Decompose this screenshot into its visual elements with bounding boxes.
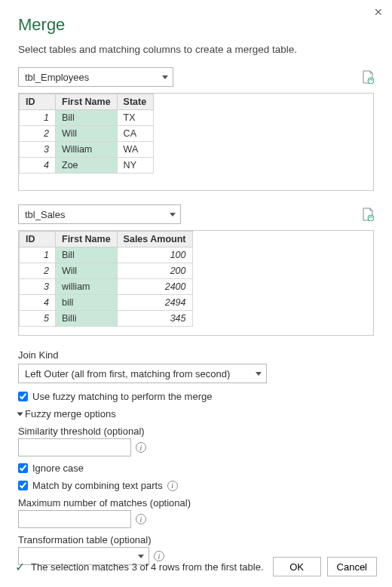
check-icon: ✓: [15, 560, 25, 574]
table-row[interactable]: 3WilliamWA: [20, 142, 154, 158]
table1-preview[interactable]: ID First Name State 1BillTX 2WillCA 3Wil…: [18, 93, 374, 191]
table-row[interactable]: 1Bill100: [20, 247, 193, 263]
dialog-footer: ✓ The selection matches 3 of 4 rows from…: [0, 546, 392, 587]
col-header-state[interactable]: State: [117, 94, 153, 110]
match-combining-label: Match by combining text parts: [32, 480, 163, 491]
join-kind-dropdown[interactable]: Left Outer (all from first, matching fro…: [18, 364, 267, 383]
col-header-id[interactable]: ID: [20, 94, 56, 110]
col-header-first-name[interactable]: First Name: [56, 232, 118, 247]
ignore-case-label: Ignore case: [32, 463, 84, 474]
ignore-case-checkbox[interactable]: Ignore case: [18, 463, 374, 474]
table-row[interactable]: 1BillTX: [20, 110, 154, 126]
match-status-text: The selection matches 3 of 4 rows from t…: [31, 561, 267, 573]
transformation-table-label: Transformation table (optional): [18, 534, 374, 546]
chevron-down-icon: [256, 372, 262, 376]
col-header-id[interactable]: ID: [20, 232, 56, 247]
similarity-threshold-input[interactable]: [18, 438, 131, 456]
svg-point-0: [368, 78, 374, 84]
svg-point-1: [368, 215, 374, 221]
refresh-preview-icon[interactable]: [362, 70, 374, 84]
table-row[interactable]: 4ZoeNY: [20, 158, 154, 174]
chevron-down-icon: [162, 75, 168, 79]
join-kind-label: Join Kind: [18, 349, 374, 361]
table1-name: tbl_Employees: [25, 72, 89, 83]
cancel-button[interactable]: Cancel: [327, 557, 377, 576]
expander-icon: [17, 412, 23, 416]
chevron-down-icon: [170, 213, 176, 217]
match-combining-checkbox-input[interactable]: [18, 481, 28, 490]
fuzzy-matching-label: Use fuzzy matching to perform the merge: [32, 391, 212, 402]
col-header-sales-amount[interactable]: Sales Amount: [117, 232, 192, 247]
table-row[interactable]: 5Billi345: [20, 311, 193, 327]
dialog-title: Merge: [18, 15, 374, 35]
match-combining-checkbox[interactable]: Match by combining text parts i: [18, 480, 374, 491]
fuzzy-matching-checkbox-input[interactable]: [18, 392, 28, 401]
col-header-first-name[interactable]: First Name: [56, 94, 118, 110]
ignore-case-checkbox-input[interactable]: [18, 463, 28, 473]
ok-button[interactable]: OK: [273, 557, 321, 576]
table-row[interactable]: 4bill2494: [20, 295, 193, 311]
dialog-subtitle: Select tables and matching columns to cr…: [18, 44, 374, 55]
fuzzy-options-toggle[interactable]: Fuzzy merge options: [18, 408, 374, 420]
table-header-row[interactable]: ID First Name State: [20, 94, 154, 110]
refresh-preview-icon[interactable]: [362, 207, 374, 221]
join-kind-value: Left Outer (all from first, matching fro…: [25, 368, 230, 380]
info-icon[interactable]: i: [136, 514, 146, 524]
table-row[interactable]: 2Will200: [20, 263, 193, 279]
close-icon[interactable]: ✕: [374, 6, 383, 18]
similarity-threshold-label: Similarity threshold (optional): [18, 426, 374, 437]
table1-dropdown[interactable]: tbl_Employees: [18, 67, 173, 87]
merge-dialog: ✕ Merge Select tables and matching colum…: [0, 0, 392, 587]
table-header-row[interactable]: ID First Name Sales Amount: [20, 232, 193, 247]
fuzzy-options-label: Fuzzy merge options: [25, 408, 116, 420]
info-icon[interactable]: i: [167, 481, 178, 491]
info-icon[interactable]: i: [136, 442, 146, 453]
table2-name: tbl_Sales: [25, 209, 65, 220]
table2-dropdown[interactable]: tbl_Sales: [18, 204, 181, 224]
max-matches-input[interactable]: [18, 510, 131, 528]
fuzzy-matching-checkbox[interactable]: Use fuzzy matching to perform the merge: [18, 391, 374, 402]
table-row[interactable]: 2WillCA: [20, 126, 154, 142]
table2-preview[interactable]: ID First Name Sales Amount 1Bill100 2Wil…: [18, 230, 374, 336]
table-row[interactable]: 3william2400: [20, 279, 193, 295]
max-matches-label: Maximum number of matches (optional): [18, 497, 374, 509]
